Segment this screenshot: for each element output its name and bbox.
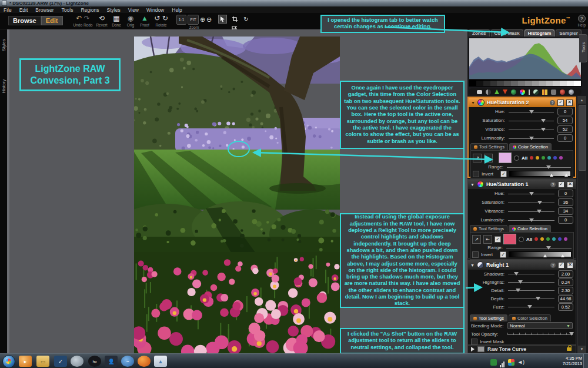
shadows-slider[interactable] xyxy=(508,271,554,277)
slider-thumb[interactable] xyxy=(529,218,534,222)
menu-styles[interactable]: Styles xyxy=(107,7,121,13)
eyedropper-icon[interactable]: ↗ xyxy=(472,235,481,244)
rotate-mode-icon[interactable]: ↻ xyxy=(242,15,250,23)
cursor-mode-icon[interactable] xyxy=(218,15,227,24)
collapse-icon[interactable]: ▼ xyxy=(470,263,475,267)
slider-thumb[interactable] xyxy=(537,201,542,204)
zoom-in-icon[interactable]: ⊕ xyxy=(200,16,205,23)
menu-tools[interactable]: Tools xyxy=(62,7,74,13)
hue-saturation-2-header[interactable]: ▼ Hue/Saturation 2 ? ✓ ✕ xyxy=(469,98,575,107)
tool-close-icon[interactable]: ✕ xyxy=(567,181,573,188)
menu-edit[interactable]: Edit xyxy=(19,7,28,13)
slider-thumb[interactable] xyxy=(529,192,534,195)
scrollbar-thumb[interactable] xyxy=(579,105,586,171)
luminosity-range-strip[interactable] xyxy=(509,251,572,257)
red-dot[interactable] xyxy=(534,237,538,241)
collapse-icon[interactable]: ▼ xyxy=(471,101,475,105)
media-player-taskbar-icon[interactable]: ▸ xyxy=(19,356,32,367)
hp-app-taskbar-icon[interactable]: hp xyxy=(88,356,101,367)
slider-value[interactable]: 0 xyxy=(557,108,573,115)
slider-thumb[interactable] xyxy=(541,128,546,131)
zoom-fit-button[interactable]: FIT xyxy=(188,15,199,25)
blue-dot[interactable] xyxy=(558,237,562,241)
sharpen-icon[interactable] xyxy=(495,89,499,94)
tab-color-selection[interactable]: Color Selection xyxy=(509,314,551,321)
menu-help[interactable]: Help xyxy=(172,7,182,13)
hue-slider[interactable] xyxy=(508,191,554,197)
vibrance-slider[interactable] xyxy=(508,208,554,214)
slider-value[interactable]: 52 xyxy=(557,125,573,133)
network-signal-icon[interactable] xyxy=(500,357,505,367)
collapse-icon[interactable]: ▼ xyxy=(470,183,475,187)
slider-thumb[interactable] xyxy=(546,165,551,169)
saturation-slider[interactable] xyxy=(509,118,554,124)
cyan-dot[interactable] xyxy=(552,237,556,241)
tab-color-mask[interactable]: Color Mask xyxy=(491,29,523,37)
browser-app-taskbar-icon[interactable]: ~ xyxy=(121,356,134,367)
slider-value[interactable]: 36 xyxy=(558,198,573,206)
slider-value[interactable]: 2.00 xyxy=(558,270,573,278)
invert-checkbox[interactable] xyxy=(473,171,479,177)
slider-thumb[interactable] xyxy=(541,119,546,122)
menu-regions[interactable]: Regions xyxy=(81,7,99,13)
yellow-dot[interactable] xyxy=(540,237,544,241)
tool-help-icon[interactable]: ? xyxy=(550,182,556,187)
scroll-down-icon[interactable]: ▼ xyxy=(578,346,586,353)
edit-button[interactable]: Edit xyxy=(41,16,63,25)
help-icon[interactable]: ? xyxy=(578,15,586,22)
range-slider[interactable] xyxy=(507,164,571,170)
start-button[interactable] xyxy=(2,355,15,368)
slider-value[interactable]: 0 xyxy=(558,216,573,224)
menu-browser[interactable]: Browser xyxy=(35,7,54,13)
tools-vertical-tab[interactable]: Tools xyxy=(579,34,587,62)
tool-stack-scrollbar[interactable]: ▲ ▼ xyxy=(577,96,586,353)
magenta-dot[interactable] xyxy=(559,156,563,160)
saturation-slider[interactable] xyxy=(508,200,554,205)
blue-dot[interactable] xyxy=(553,156,557,160)
photo-viewer-taskbar-icon[interactable]: ▲ xyxy=(154,356,167,367)
hue-saturation-1-header[interactable]: ▼ Hue/Saturation 1 ? ✓ ✕ xyxy=(468,180,576,189)
luminosity-slider[interactable] xyxy=(509,135,554,141)
reset-color-icon[interactable]: ⇤ xyxy=(484,154,493,163)
hue-slider[interactable] xyxy=(509,109,554,115)
tab-tool-settings[interactable]: Tool Settings xyxy=(470,314,507,321)
email-app-taskbar-icon[interactable] xyxy=(71,356,83,367)
vibrance-slider[interactable] xyxy=(509,127,554,132)
all-radio[interactable] xyxy=(519,237,524,242)
detail-slider[interactable] xyxy=(508,287,554,293)
tool-help-icon[interactable]: ? xyxy=(550,263,556,268)
slider-value[interactable]: 0 xyxy=(557,134,573,142)
rotate-left-icon[interactable]: ↺ xyxy=(154,14,160,22)
tab-sampler[interactable]: Sampler xyxy=(556,29,582,37)
red-dot[interactable] xyxy=(530,156,533,160)
show-desktop-button[interactable] xyxy=(583,354,588,368)
luminosity-range-strip[interactable] xyxy=(509,171,571,177)
blending-mode-select[interactable]: Normal▼ xyxy=(507,322,573,329)
slider-thumb[interactable] xyxy=(514,272,519,276)
expand-icon[interactable] xyxy=(471,347,475,352)
slider-thumb[interactable] xyxy=(529,137,534,140)
slider-thumb[interactable] xyxy=(546,246,551,250)
slider-value[interactable]: 2.30 xyxy=(558,287,573,294)
slider-value[interactable]: 0.52 xyxy=(558,303,573,311)
relight-icon[interactable] xyxy=(533,89,539,95)
depth-slider[interactable] xyxy=(508,296,554,301)
slider-thumb[interactable] xyxy=(518,280,523,284)
tool-enabled-checkbox[interactable]: ✓ xyxy=(557,100,564,106)
slider-value[interactable]: 54 xyxy=(557,117,573,124)
zoom-out-icon[interactable]: ⊖ xyxy=(206,16,212,23)
tray-remote-icon[interactable] xyxy=(490,359,497,366)
crop-mode-icon[interactable] xyxy=(231,15,239,23)
rotate-right-icon[interactable]: ↻ xyxy=(162,14,168,22)
gaussian-blur-icon[interactable] xyxy=(503,89,507,94)
tray-color-app-icon[interactable] xyxy=(508,359,514,366)
green-dot[interactable] xyxy=(546,237,550,241)
photo-image[interactable] xyxy=(134,37,340,353)
slider-thumb[interactable] xyxy=(569,332,574,336)
luminosity-mask-checkbox[interactable]: ✓ xyxy=(500,251,506,258)
relight-1-header[interactable]: ▼ Relight 1 ? ✓ ✕ xyxy=(468,260,576,270)
slider-value[interactable]: 44.98 xyxy=(558,295,573,303)
slider-value[interactable]: 0 xyxy=(558,190,573,197)
tab-color-selection[interactable]: Color Selection xyxy=(509,143,552,150)
invert-checkbox[interactable] xyxy=(472,251,479,258)
